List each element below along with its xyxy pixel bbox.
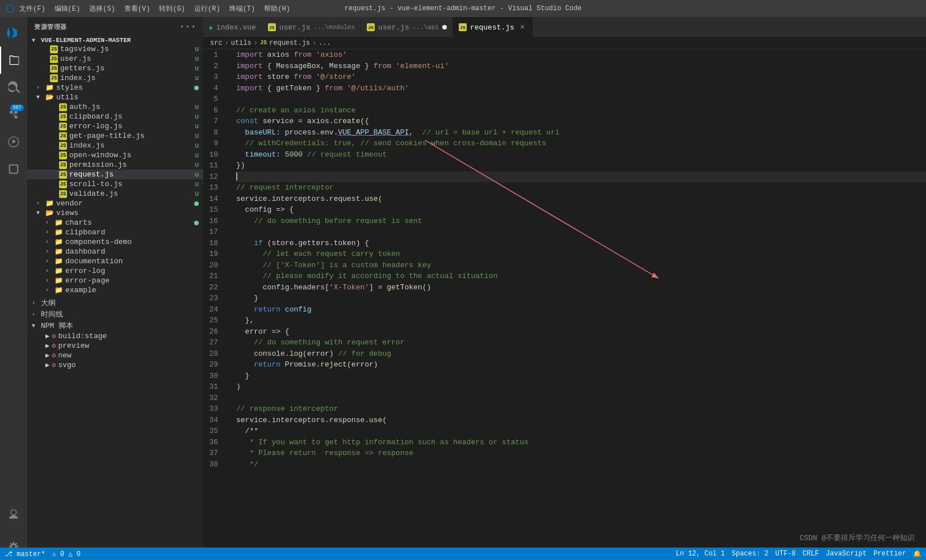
sidebar-item-dashboard[interactable]: › 📁 dashboard [27, 247, 203, 256]
sidebar-item-styles[interactable]: › 📁 styles [27, 83, 203, 92]
line-num: 29 [203, 359, 225, 370]
status-errors[interactable]: ⚠ 0 △ 0 [52, 550, 81, 558]
menu-select[interactable]: 选择(S) [89, 4, 115, 14]
line-num: 5 [203, 94, 225, 105]
sidebar-item-utils[interactable]: ▼ 📂 utils [27, 92, 203, 102]
sidebar-item-validate[interactable]: JS validate.js U [27, 189, 203, 199]
code-line-15: config => { [236, 204, 926, 216]
sidebar-npm-preview[interactable]: ▶ ⚙ preview [27, 341, 203, 351]
code-line-6: // create an axios instance [236, 105, 926, 116]
file-label: tagsview.js [60, 45, 192, 53]
sidebar-item-charts[interactable]: › 📁 charts [27, 218, 203, 228]
file-label: scroll-to.js [69, 180, 192, 188]
sidebar-item-clipboard-views[interactable]: › 📁 clipboard [27, 228, 203, 237]
code-editor[interactable]: import axios from 'axios' import { Messa… [232, 49, 926, 560]
folder-label: documentation [65, 257, 199, 266]
menu-edit[interactable]: 编辑(E) [55, 4, 81, 14]
line-num: 35 [203, 426, 225, 437]
activity-source-control[interactable]: 307 [0, 101, 27, 128]
breadcrumb-more[interactable]: ... [319, 39, 331, 47]
sidebar-npm-build-stage[interactable]: ▶ ⚙ build:stage [27, 331, 203, 341]
breadcrumb-src[interactable]: src [210, 39, 223, 47]
modified-dot [194, 86, 199, 90]
tab-request-js[interactable]: JS request.js × [453, 17, 533, 37]
modified-badge: U [195, 113, 199, 120]
sidebar-item-scroll-to[interactable]: JS scroll-to.js U [27, 179, 203, 189]
menu-run[interactable]: 运行(R) [194, 4, 220, 14]
sidebar-item-auth[interactable]: JS auth.js U [27, 102, 203, 112]
sidebar-item-outline[interactable]: › 大纲 [27, 297, 203, 309]
sidebar-item-error-log[interactable]: JS error-log.js U [27, 121, 203, 131]
folder-icon: 📁 [45, 199, 54, 208]
sidebar-item-npm[interactable]: ▼ NPM 脚本 [27, 320, 203, 331]
menu-goto[interactable]: 转到(G) [159, 4, 185, 14]
line-num: 25 [203, 315, 225, 326]
modified-badge: U [195, 56, 199, 62]
line-num: 7 [203, 116, 225, 127]
sidebar-item-timeline[interactable]: › 时间线 [27, 309, 203, 320]
sidebar-more-button[interactable]: ··· [179, 22, 196, 32]
code-line-3: import store from '@/store' [236, 71, 926, 83]
status-branch[interactable]: ⎇ master* [5, 550, 45, 558]
sidebar-item-open-window[interactable]: JS open-window.js U [27, 150, 203, 160]
sidebar-item-vendor[interactable]: › 📁 vendor [27, 199, 203, 208]
menu-terminal[interactable]: 终端(T) [229, 4, 255, 14]
sidebar-item-request[interactable]: JS request.js U [27, 170, 203, 179]
sidebar-npm-svgo[interactable]: ▶ ⚙ svgo [27, 360, 203, 370]
tab-index-vue[interactable]: ◈ index.vue [203, 17, 262, 37]
sidebar-npm-new[interactable]: ▶ ⚙ new [27, 351, 203, 360]
code-line-34: service.interceptors.response.use( [236, 415, 926, 426]
sidebar-item-tagsview[interactable]: JS tagsview.js U [27, 44, 203, 54]
activity-run[interactable] [0, 128, 27, 155]
tab-user-js-api[interactable]: JS user.js ...\api [361, 17, 453, 37]
sidebar-item-user-store[interactable]: JS user.js U [27, 54, 203, 64]
code-line-16: // do something before request is sent [236, 216, 926, 227]
line-num: 32 [203, 393, 225, 404]
line-num: 36 [203, 437, 225, 448]
activity-account[interactable] [0, 501, 27, 528]
line-num: 27 [203, 337, 225, 348]
tab-close-button[interactable]: × [518, 23, 527, 32]
sidebar-item-permission[interactable]: JS permission.js U [27, 160, 203, 170]
code-line-24: return config [236, 304, 926, 315]
activity-extensions[interactable] [0, 155, 27, 183]
modified-badge: U [195, 123, 199, 130]
line-num: 33 [203, 403, 225, 415]
code-line-4: import { getToken } from '@/utils/auth' [236, 83, 926, 94]
sidebar-item-get-page-title[interactable]: JS get-page-title.js U [27, 131, 203, 141]
activity-search[interactable] [0, 74, 27, 101]
sidebar-root-folder[interactable]: ▼ VUE-ELEMENT-ADMIN-MASTER [27, 36, 203, 44]
sidebar-item-getters[interactable]: JS getters.js U [27, 64, 203, 73]
modified-badge: U [195, 191, 199, 197]
sidebar-item-example[interactable]: › 📁 example [27, 285, 203, 295]
sidebar-item-views[interactable]: ▼ 📂 views [27, 208, 203, 218]
npm-arrow-icon: ▼ [32, 323, 41, 329]
sidebar-item-error-log-views[interactable]: › 📁 error-log [27, 266, 203, 276]
menu-bar[interactable]: 文件(F) 编辑(E) 选择(S) 查看(V) 转到(G) 运行(R) 终端(T… [19, 4, 290, 14]
tab-user-js-modules[interactable]: JS user.js ...\modules [262, 17, 361, 37]
sidebar-item-error-page[interactable]: › 📁 error-page [27, 276, 203, 285]
status-feedback[interactable]: 🔔 [913, 550, 921, 558]
sidebar-item-clipboard[interactable]: JS clipboard.js U [27, 112, 203, 121]
modified-badge: U [195, 162, 199, 169]
file-label: getters.js [60, 64, 192, 73]
sidebar-item-index-store[interactable]: JS index.js U [27, 73, 203, 83]
code-line-20: // ['X-Token'] is a custom headers key [236, 260, 926, 271]
breadcrumb-utils[interactable]: utils [231, 39, 252, 47]
menu-help[interactable]: 帮助(H) [264, 4, 290, 14]
menu-view[interactable]: 查看(V) [124, 4, 150, 14]
sidebar-item-index-utils[interactable]: JS index.js U [27, 141, 203, 150]
file-label: user.js [60, 54, 192, 63]
menu-file[interactable]: 文件(F) [19, 4, 45, 14]
line-num: 11 [203, 160, 225, 171]
editor-content[interactable]: 1 2 3 4 5 6 7 8 9 10 11 12 13 14 15 16 1 [203, 49, 926, 560]
line-num: 14 [203, 193, 225, 205]
sidebar-item-components-demo[interactable]: › 📁 components-demo [27, 237, 203, 247]
js-icon: JS [50, 65, 58, 73]
folder-label: example [65, 286, 199, 294]
code-line-22: config.headers['X-Token'] = getToken() [236, 282, 926, 293]
breadcrumb-file[interactable]: request.js [269, 39, 310, 47]
sidebar-item-documentation[interactable]: › 📁 documentation [27, 256, 203, 266]
activity-explorer[interactable] [0, 47, 27, 74]
js-icon: JS [59, 161, 67, 169]
